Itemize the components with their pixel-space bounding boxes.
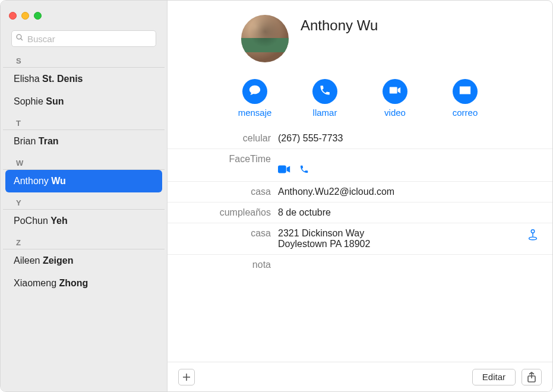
field-label: casa xyxy=(168,228,278,239)
edit-button[interactable]: Editar xyxy=(472,369,516,385)
zoom-window-button[interactable] xyxy=(34,12,42,20)
contact-last-name: Wu xyxy=(51,176,66,186)
speech-bubble-icon xyxy=(248,84,261,99)
contact-row[interactable]: PoChun Yeh xyxy=(1,210,167,232)
facetime-audio-icon[interactable] xyxy=(299,154,309,176)
contacts-window: SElisha St. DenisSophie SunTBrian TranWA… xyxy=(0,0,553,392)
contact-row[interactable]: Brian Tran xyxy=(1,130,167,153)
contact-row[interactable]: Elisha St. Denis xyxy=(1,68,167,90)
field-note[interactable]: nota xyxy=(168,255,552,275)
video-label: video xyxy=(384,108,406,118)
section-letter: Z xyxy=(3,232,165,249)
contact-row[interactable]: Xiaomeng Zhong xyxy=(1,272,167,295)
contact-last-name: Tran xyxy=(39,136,59,146)
field-home-address[interactable]: casa 2321 Dickinson Way Doylestown PA 18… xyxy=(168,223,552,255)
contact-last-name: Sun xyxy=(46,96,64,106)
contact-first-name: Sophie xyxy=(14,96,46,106)
call-button[interactable]: llamar xyxy=(304,79,346,118)
search-input[interactable] xyxy=(24,34,152,44)
svg-point-0 xyxy=(17,34,21,39)
section-letter: T xyxy=(3,113,165,130)
contact-name: Anthony Wu xyxy=(301,17,378,34)
svg-point-3 xyxy=(531,230,535,233)
contact-first-name: Elisha xyxy=(14,74,42,84)
contact-first-name: Aileen xyxy=(14,255,43,265)
contact-row[interactable]: Sophie Sun xyxy=(1,90,167,113)
titlebar xyxy=(1,1,167,30)
section-letter: W xyxy=(3,153,165,170)
search-field[interactable] xyxy=(11,30,156,47)
contact-first-name: Xiaomeng xyxy=(14,278,59,288)
contact-first-name: Anthony xyxy=(14,176,51,186)
field-label: nota xyxy=(168,260,278,270)
svg-line-1 xyxy=(21,39,23,40)
section-letter: S xyxy=(3,50,165,68)
contact-last-name: Yeh xyxy=(50,216,67,226)
video-icon xyxy=(388,84,402,99)
contact-row[interactable]: Anthony Wu xyxy=(5,170,162,192)
detail-pane: Anthony Wu mensaje llamar video xyxy=(168,1,552,391)
field-value: Anthony.Wu22@icloud.com xyxy=(278,186,541,197)
field-label: celular xyxy=(168,133,278,144)
fields: celular (267) 555-7733 FaceTime casa Ant… xyxy=(168,126,552,277)
close-window-button[interactable] xyxy=(9,12,17,20)
svg-rect-2 xyxy=(278,166,286,173)
call-label: llamar xyxy=(313,108,337,118)
field-label: casa xyxy=(168,186,278,197)
field-value: (267) 555-7733 xyxy=(278,133,541,144)
contact-list[interactable]: SElisha St. DenisSophie SunTBrian TranWA… xyxy=(1,50,167,391)
minimize-window-button[interactable] xyxy=(21,12,29,20)
contact-last-name: St. Denis xyxy=(42,74,83,84)
field-birthday[interactable]: cumpleaños 8 de octubre xyxy=(168,203,552,223)
field-facetime[interactable]: FaceTime xyxy=(168,149,552,182)
search-icon xyxy=(15,33,24,44)
svg-point-4 xyxy=(529,237,537,240)
map-pin-icon[interactable] xyxy=(526,228,539,241)
facetime-icons xyxy=(278,154,541,176)
field-value: 2321 Dickinson Way Doylestown PA 18902 xyxy=(278,228,541,249)
field-home-email[interactable]: casa Anthony.Wu22@icloud.com xyxy=(168,182,552,203)
contact-last-name: Zhong xyxy=(59,278,89,288)
mail-icon xyxy=(459,84,472,99)
contact-header: Anthony Wu xyxy=(168,15,552,62)
action-row: mensaje llamar video correo xyxy=(168,62,552,126)
contact-last-name: Zeigen xyxy=(43,255,74,265)
avatar[interactable] xyxy=(241,15,289,62)
field-label: FaceTime xyxy=(168,154,278,165)
message-button[interactable]: mensaje xyxy=(234,79,276,118)
contact-first-name: Brian xyxy=(14,136,39,146)
field-cell[interactable]: celular (267) 555-7733 xyxy=(168,128,552,149)
bottom-toolbar: Editar xyxy=(168,362,552,391)
contact-row[interactable]: Aileen Zeigen xyxy=(1,249,167,272)
video-button[interactable]: video xyxy=(374,79,416,118)
sidebar: SElisha St. DenisSophie SunTBrian TranWA… xyxy=(1,1,168,391)
section-letter: Y xyxy=(3,192,165,210)
phone-icon xyxy=(319,84,331,99)
field-label: cumpleaños xyxy=(168,207,278,218)
contact-first-name: PoChun xyxy=(14,216,50,226)
mail-button[interactable]: correo xyxy=(444,79,486,118)
add-button[interactable] xyxy=(178,369,195,385)
share-button[interactable] xyxy=(522,369,542,385)
facetime-video-icon[interactable] xyxy=(278,154,291,176)
mail-label: correo xyxy=(453,108,478,118)
message-label: mensaje xyxy=(238,108,272,118)
field-value: 8 de octubre xyxy=(278,207,541,218)
